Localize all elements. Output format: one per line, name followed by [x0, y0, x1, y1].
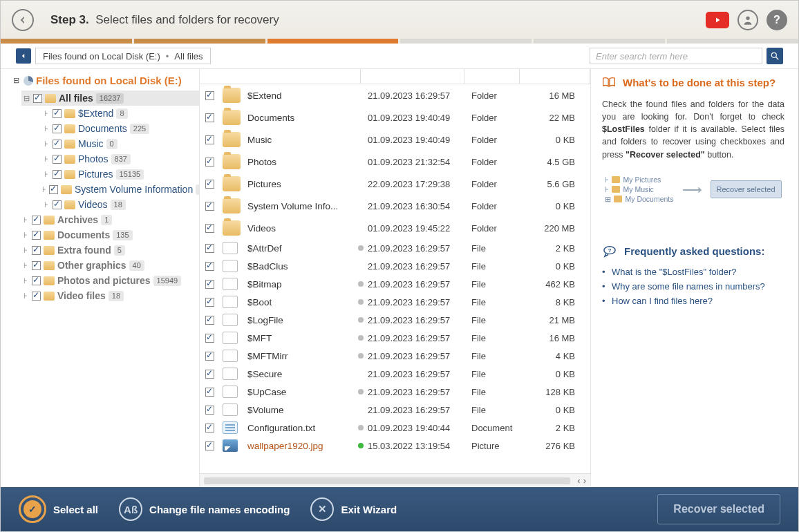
list-row[interactable]: $Volume21.09.2023 16:29:57File0 KB	[200, 401, 590, 419]
list-row[interactable]: $Extend21.09.2023 16:29:57Folder16 MB	[200, 84, 590, 106]
faq-link[interactable]: Why are some file names in numbers?	[612, 279, 784, 294]
tree-item[interactable]: ⊦Documents225	[42, 121, 199, 136]
list-row[interactable]: $LogFile21.09.2023 16:29:57File21 MB	[200, 311, 590, 329]
checkbox-icon[interactable]	[53, 155, 62, 164]
scroll-right-icon[interactable]: ›	[583, 475, 586, 486]
change-encoding-button[interactable]: Aß Change file names encoding	[119, 497, 290, 521]
checkbox-icon[interactable]	[205, 262, 214, 271]
expand-icon[interactable]: ⊦	[21, 231, 29, 240]
checkbox-icon[interactable]	[205, 406, 214, 415]
list-row[interactable]: $MFT21.09.2023 16:29:57File16 MB	[200, 329, 590, 347]
select-all-button[interactable]: ✓ Select all	[19, 495, 98, 523]
list-row[interactable]: Configuration.txt01.09.2023 19:40:44Docu…	[200, 419, 590, 437]
checkbox-icon[interactable]	[32, 261, 41, 270]
list-row[interactable]: $Bitmap21.09.2023 16:29:57File462 KB	[200, 275, 590, 293]
tree-category[interactable]: ⊦Documents135	[21, 227, 199, 243]
list-row[interactable]: $Boot21.09.2023 16:29:57File8 KB	[200, 293, 590, 311]
list-row[interactable]: wallpaper1920.jpg15.03.2022 13:19:54Pict…	[200, 437, 590, 455]
list-row[interactable]: Videos01.09.2023 19:45:22Folder220 MB	[200, 217, 590, 239]
checkbox-icon[interactable]	[32, 246, 41, 255]
back-button[interactable]	[12, 9, 34, 31]
faq-link[interactable]: What is the "$LostFiles" folder?	[612, 265, 784, 279]
checkbox-icon[interactable]	[205, 424, 214, 433]
collapse-icon[interactable]: ⊟	[13, 76, 21, 85]
tree-item[interactable]: ⊦Photos837	[42, 151, 199, 167]
checkbox-icon[interactable]	[205, 224, 214, 233]
checkbox-icon[interactable]	[205, 158, 214, 167]
checkbox-icon[interactable]	[205, 352, 214, 361]
expand-icon[interactable]: ⊦	[21, 246, 29, 255]
expand-icon[interactable]: ⊦	[42, 109, 50, 118]
list-row[interactable]: $MFTMirr21.09.2023 16:29:57File4 KB	[200, 347, 590, 365]
checkbox-icon[interactable]	[205, 180, 214, 189]
expand-icon[interactable]: ⊦	[21, 216, 29, 225]
checkbox-icon[interactable]	[205, 113, 214, 122]
checkbox-icon[interactable]	[53, 109, 62, 118]
tree-category[interactable]: ⊦Other graphics40	[21, 258, 199, 273]
expand-icon[interactable]: ⊦	[21, 261, 29, 270]
list-row[interactable]: Documents01.09.2023 19:40:49Folder22 MB	[200, 106, 590, 129]
expand-icon[interactable]: ⊦	[21, 276, 29, 285]
expand-icon[interactable]: ⊦	[42, 124, 50, 133]
checkbox-icon[interactable]	[205, 388, 214, 397]
list-row[interactable]: $Secure21.09.2023 16:29:57File0 KB	[200, 365, 590, 383]
checkbox-icon[interactable]	[32, 231, 41, 240]
tree-category[interactable]: ⊦Archives1	[21, 212, 199, 227]
expand-icon[interactable]: ⊦	[42, 155, 50, 164]
expand-icon[interactable]: ⊦	[42, 140, 50, 149]
tree-item[interactable]: ⊦$Extend8	[42, 106, 199, 121]
checkbox-icon[interactable]	[205, 334, 214, 343]
list-row[interactable]: Pictures22.09.2023 17:29:38Folder5.6 GB	[200, 173, 590, 195]
checkbox-icon[interactable]	[53, 200, 62, 209]
checkbox-icon[interactable]	[205, 135, 214, 144]
breadcrumb-back-button[interactable]	[16, 48, 31, 64]
faq-link[interactable]: How can I find files here?	[612, 294, 784, 308]
breadcrumb[interactable]: Files found on Local Disk (E:) • All fil…	[35, 48, 211, 64]
expand-icon[interactable]: ⊦	[42, 185, 46, 194]
tree-all-files[interactable]: ⊟ All files 16237	[21, 91, 199, 106]
tree-category[interactable]: ⊦Photos and pictures15949	[21, 273, 199, 288]
collapse-icon[interactable]: ⊟	[23, 94, 30, 103]
tree-item[interactable]: ⊦Videos18	[42, 197, 199, 212]
checkbox-icon[interactable]	[32, 216, 41, 225]
scroll-left-icon[interactable]: ‹	[577, 475, 580, 486]
checkbox-icon[interactable]	[205, 244, 214, 253]
tree-item[interactable]: ⊦System Volume Information2	[42, 182, 199, 197]
exit-wizard-button[interactable]: ✕ Exit Wizard	[310, 497, 397, 521]
checkbox-icon[interactable]	[205, 370, 214, 379]
checkbox-icon[interactable]	[53, 124, 62, 133]
checkbox-icon[interactable]	[205, 316, 214, 325]
checkbox-icon[interactable]	[53, 140, 62, 149]
checkbox-icon[interactable]	[33, 94, 42, 103]
tree-item[interactable]: ⊦Pictures15135	[42, 167, 199, 182]
checkbox-icon[interactable]	[205, 441, 214, 450]
checkbox-icon[interactable]	[32, 276, 41, 285]
user-icon[interactable]	[737, 10, 758, 30]
list-row[interactable]: Music01.09.2023 19:40:49Folder0 KB	[200, 129, 590, 151]
youtube-icon[interactable]	[706, 12, 729, 28]
checkbox-icon[interactable]	[205, 202, 214, 211]
list-row[interactable]: $BadClus21.09.2023 16:29:57File0 KB	[200, 257, 590, 275]
tree-root[interactable]: ⊟ Files found on Local Disk (E:)	[13, 75, 199, 86]
checkbox-icon[interactable]	[49, 185, 58, 194]
tree-category[interactable]: ⊦Video files18	[21, 288, 199, 303]
list-row[interactable]: Photos01.09.2023 21:32:54Folder4.5 GB	[200, 151, 590, 173]
checkbox-icon[interactable]	[205, 91, 214, 100]
checkbox-icon[interactable]	[53, 170, 62, 179]
recover-selected-button[interactable]: Recover selected	[657, 494, 780, 524]
checkbox-icon[interactable]	[205, 298, 214, 307]
search-button[interactable]	[767, 48, 783, 64]
tree-item[interactable]: ⊦Music0	[42, 136, 199, 151]
expand-icon[interactable]: ⊦	[21, 292, 29, 301]
checkbox-icon[interactable]	[32, 292, 41, 301]
list-row[interactable]: System Volume Info...21.09.2023 16:30:54…	[200, 195, 590, 217]
expand-icon[interactable]: ⊦	[42, 170, 50, 179]
list-row[interactable]: $UpCase21.09.2023 16:29:57File128 KB	[200, 383, 590, 401]
expand-icon[interactable]: ⊦	[42, 200, 50, 209]
checkbox-icon[interactable]	[205, 280, 214, 289]
search-input[interactable]	[590, 48, 762, 64]
help-icon[interactable]: ?	[767, 10, 787, 30]
horizontal-scrollbar[interactable]: ‹ ›	[200, 473, 590, 487]
list-row[interactable]: $AttrDef21.09.2023 16:29:57File2 KB	[200, 239, 590, 257]
tree-category[interactable]: ⊦Extra found5	[21, 243, 199, 258]
